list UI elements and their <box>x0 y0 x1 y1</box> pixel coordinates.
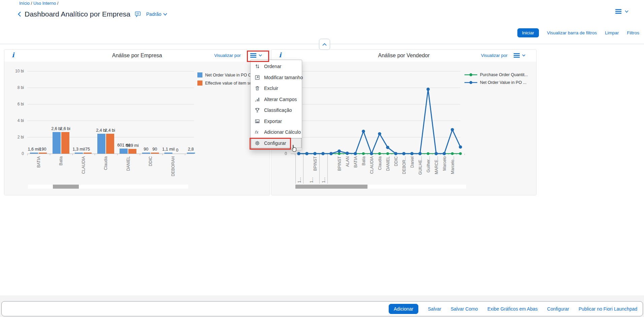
vendedor-panel-header: Análise por Vendedor i Visualizar por <box>271 50 536 62</box>
bar-value-label: 1,3 mil <box>73 147 85 152</box>
collapse-filter-bar-button[interactable] <box>319 39 330 50</box>
footer-link-2[interactable]: Exibe Gráficos em Abas <box>487 306 538 312</box>
bar-blue <box>120 149 128 154</box>
x-axis-tick <box>27 154 28 155</box>
breadcrumb-link-uso-interno[interactable]: Uso Interno <box>33 1 56 6</box>
hamburger-icon <box>250 53 257 58</box>
x-axis-tick <box>140 154 140 155</box>
iniciar-button[interactable]: Iniciar <box>517 28 539 37</box>
chevron-down-icon <box>625 10 629 13</box>
legend-item: Effective value of item su <box>197 81 254 86</box>
bar-blue <box>164 153 172 154</box>
variant-selector[interactable]: Padrão <box>146 11 167 17</box>
legend-swatch <box>197 81 202 86</box>
footer-link-1[interactable]: Salvar Como <box>451 306 478 312</box>
legend-label: Net Order Value in PO Cu <box>205 73 254 77</box>
bar-value-label: 589 mi <box>126 143 139 148</box>
legend-item: Net Order Value in PO ... <box>464 80 528 85</box>
delete-icon <box>254 86 260 91</box>
bar-orange <box>61 132 69 154</box>
legend-label: Purchase Order Quantit... <box>480 72 528 77</box>
menu-item-label: Modificar tamanho <box>264 75 303 80</box>
bar-value-label: 2,6 bi <box>60 126 70 131</box>
trophy-icon <box>254 107 260 113</box>
empresa-chart-scrollbar[interactable] <box>28 185 188 189</box>
vendedor-chart-menu-button[interactable] <box>513 53 525 58</box>
chevron-down-icon <box>163 13 167 16</box>
x-axis-tick <box>185 154 185 155</box>
hamburger-icon <box>513 53 520 58</box>
feedback-icon[interactable] <box>135 11 141 18</box>
bar-orange <box>128 149 136 154</box>
filter-bar-link-1[interactable]: Limpar <box>605 30 619 35</box>
empresa-panel-header: Análise por Empresa i Visualizar por <box>4 50 270 62</box>
chevron-down-icon <box>522 54 525 57</box>
x-axis-category-label: Claudia <box>103 156 108 185</box>
bar-value-label: 2,8 <box>188 147 194 152</box>
x-axis-category-label: CLAUDIA <box>81 156 86 185</box>
menu-item-ordenar[interactable]: Ordenar <box>251 61 302 72</box>
empresa-visualizar-por-link[interactable]: Visualizar por <box>214 53 241 58</box>
vendedor-chart-scrollbar-thumb[interactable] <box>295 185 367 189</box>
bar-value-label: 0 <box>176 148 179 153</box>
legend-item: Net Order Value in PO Cu <box>197 72 254 77</box>
chart-legend: Purchase Order Quantit...Net Order Value… <box>464 72 528 85</box>
gridline <box>27 121 194 121</box>
bar-chart-icon <box>254 96 260 102</box>
menu-item-excluir[interactable]: Excluir <box>251 83 302 94</box>
footer-link-0[interactable]: Salvar <box>428 306 441 312</box>
title-row: Dashboard Analítico por Empresa Padrão <box>18 10 167 18</box>
menu-item-adicionar-c-lculo[interactable]: fxAdicionar Cálculo <box>251 127 302 138</box>
breadcrumb-link-inicio[interactable]: Início <box>19 1 30 6</box>
footer-link-4[interactable]: Publicar no Fiori Launchpad <box>579 306 637 312</box>
breadcrumb: Início / Uso Interno / <box>19 1 58 6</box>
y-axis-tick-label: 6 bi <box>4 102 24 106</box>
x-axis-tick <box>72 154 73 155</box>
chevron-down-icon <box>259 54 262 57</box>
filter-bar-link-0[interactable]: Visualizar barra de filtros <box>547 30 597 35</box>
adicionar-button[interactable]: Adicionar <box>389 304 418 314</box>
x-axis-tick <box>162 154 163 155</box>
bar-value-label: 1,6 mil <box>28 147 40 152</box>
chart-context-menu: OrdenarModificar tamanhoExcluirAlterar C… <box>250 60 302 150</box>
info-icon[interactable]: i <box>12 51 14 59</box>
vendedor-chart-panel: Análise por Vendedor i Visualizar por 1.… <box>271 49 537 195</box>
top-right-menu-button[interactable] <box>615 9 629 14</box>
page-title: Dashboard Analítico por Empresa <box>25 10 130 18</box>
legend-swatch <box>197 72 202 77</box>
y-axis-tick-label: 8 bi <box>4 85 24 90</box>
variant-label: Padrão <box>146 11 161 17</box>
filter-bar-link-2[interactable]: Filtros <box>627 30 639 35</box>
x-axis-category-label: DANIEL <box>126 156 131 185</box>
legend-label: Effective value of item su <box>205 81 252 86</box>
bar-value-label: 75 <box>85 147 90 152</box>
filter-bar: Iniciar Visualizar barra de filtrosLimpa… <box>517 28 639 37</box>
menu-item-label: Adicionar Cálculo <box>264 129 301 135</box>
back-chevron-left-icon[interactable] <box>18 11 22 17</box>
footer-toolbar: Adicionar SalvarSalvar ComoExibe Gráfico… <box>1 301 643 316</box>
breadcrumb-separator: / <box>30 1 33 6</box>
bar-value-label: 90 <box>144 147 149 152</box>
bar-orange <box>106 134 114 154</box>
bar-blue <box>142 153 150 154</box>
bar-orange <box>151 153 159 154</box>
empresa-plot: 10 bi8 bi6 bi4 bi2 bi01,6 mil190BATIA2,6… <box>4 62 270 195</box>
info-icon[interactable]: i <box>279 51 281 59</box>
menu-item-alterar-campos[interactable]: Alterar Campos <box>251 94 302 105</box>
gridline <box>27 71 194 71</box>
sort-icon <box>254 64 260 69</box>
legend-item: Purchase Order Quantit... <box>464 72 528 77</box>
empresa-chart-menu-button[interactable] <box>250 53 262 58</box>
menu-item-modificar-tamanho[interactable]: Modificar tamanho <box>251 72 302 83</box>
footer-link-3[interactable]: Configurar <box>547 306 569 312</box>
menu-item-configurar[interactable]: Configurar <box>251 138 302 149</box>
chart-legend: Net Order Value in PO CuEffective value … <box>197 72 254 86</box>
empresa-chart-scrollbar-thumb[interactable] <box>53 185 79 189</box>
legend-label: Net Order Value in PO ... <box>480 80 526 85</box>
menu-item-exportar[interactable]: Exportar <box>251 116 302 127</box>
gridline <box>27 88 194 88</box>
gridline <box>27 154 194 154</box>
vendedor-visualizar-por-link[interactable]: Visualizar por <box>481 53 508 58</box>
menu-item-classifica-o[interactable]: Classificação <box>251 105 302 116</box>
bar-blue <box>75 153 83 154</box>
